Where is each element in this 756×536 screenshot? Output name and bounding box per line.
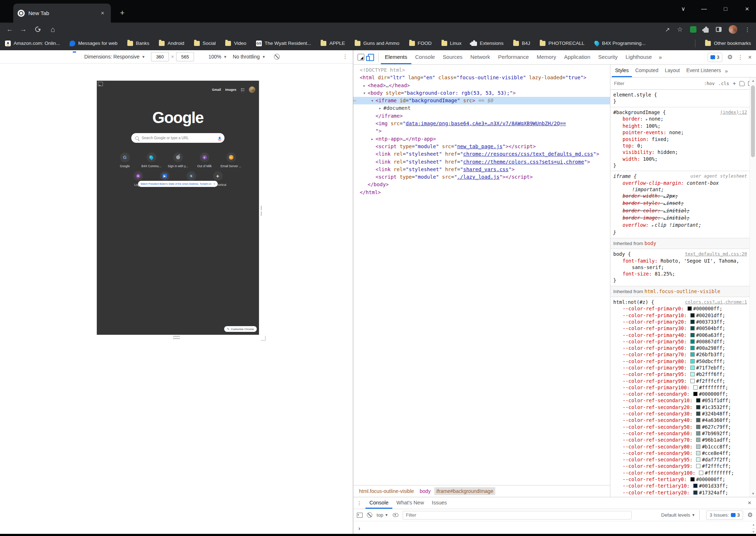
reload-icon[interactable] bbox=[35, 27, 41, 32]
twisty-icon[interactable]: ▸ bbox=[362, 82, 367, 89]
tab-close-icon[interactable]: × bbox=[99, 9, 107, 17]
bookmark-item[interactable]: Android bbox=[159, 41, 184, 46]
viewport-resize-handle-bottom[interactable] bbox=[173, 336, 180, 339]
css-property[interactable]: overflow: ▸ clip !important; bbox=[613, 222, 747, 229]
color-swatch[interactable] bbox=[696, 445, 700, 449]
new-style-rule-button[interactable]: + bbox=[733, 80, 736, 87]
css-variable[interactable]: --color-ref-secondary60: #7b9692ff; bbox=[613, 430, 747, 437]
share-icon[interactable]: ↗ bbox=[665, 26, 670, 33]
css-variable[interactable]: --color-ref-secondary80: #b1ccc8ff; bbox=[613, 443, 747, 450]
shortcut-google[interactable]: GGoogle bbox=[116, 152, 134, 168]
shortcut-tile-add[interactable]: + bbox=[213, 171, 223, 181]
browser-menu-kebab-icon[interactable]: ⋮ bbox=[745, 26, 750, 33]
css-variable[interactable]: --color-ref-primary30: #00504bff; bbox=[613, 325, 747, 332]
clear-console-icon[interactable] bbox=[367, 512, 372, 518]
rule-source-link[interactable]: (index):12 bbox=[720, 109, 747, 116]
issues-badge-button[interactable]: 3 bbox=[708, 53, 722, 62]
maximize-button[interactable]: □ bbox=[721, 4, 730, 14]
css-property[interactable]: width: 100%; bbox=[613, 156, 747, 162]
css-property[interactable]: position: fixed; bbox=[613, 136, 747, 142]
devtools-tab-lighthouse[interactable]: Lighthouse bbox=[622, 50, 656, 64]
dom-node-line[interactable]: <!DOCTYPE html> bbox=[353, 66, 610, 74]
devtools-tab-security[interactable]: Security bbox=[594, 50, 622, 64]
dom-node-line[interactable]: ▸#document bbox=[353, 104, 610, 112]
twisty-icon[interactable]: ▾ bbox=[362, 89, 367, 97]
css-variable[interactable]: --color-ref-secondary70: #96b1adff; bbox=[613, 437, 747, 443]
tab-search-icon[interactable]: ∨ bbox=[679, 4, 688, 14]
css-variable[interactable]: --color-ref-primary99: #f2fffcff; bbox=[613, 378, 747, 384]
inherited-target[interactable]: body bbox=[644, 240, 656, 246]
css-variable[interactable]: --color-ref-secondary0: #000000ff; bbox=[613, 391, 747, 397]
color-swatch[interactable] bbox=[690, 379, 695, 383]
shortcut-tile-setup[interactable]: ▶ bbox=[160, 171, 170, 181]
css-property[interactable]: border-image: ▸ initial; bbox=[613, 215, 747, 222]
back-icon[interactable]: ← bbox=[5, 25, 14, 34]
console-filter-input[interactable] bbox=[403, 511, 632, 519]
css-variable[interactable]: --color-ref-tertiary0: #000000ff; bbox=[613, 476, 747, 483]
css-property[interactable]: border-color: ▸ initial; bbox=[613, 207, 747, 215]
rule-selector[interactable]: #backgroundImage { bbox=[613, 109, 666, 115]
more-styles-tabs-icon[interactable]: » bbox=[725, 68, 728, 74]
expand-icon[interactable]: ▸ bbox=[663, 216, 666, 220]
styles-tab-event-listeners[interactable]: Event Listeners bbox=[683, 65, 724, 77]
css-variable[interactable]: --color-ref-secondary50: #627c79ff; bbox=[613, 424, 747, 430]
css-variable[interactable]: --color-ref-secondary95: #daf7f2ff; bbox=[613, 456, 747, 463]
bookmark-item[interactable]: Banks bbox=[127, 41, 150, 46]
shortcut-tile-login[interactable]: G bbox=[133, 171, 143, 181]
apps-grid-icon[interactable] bbox=[241, 88, 245, 92]
expand-icon[interactable]: ▸ bbox=[663, 194, 666, 198]
context-select[interactable]: top ▼ bbox=[377, 512, 388, 518]
css-variable[interactable]: --color-ref-primary60: #00a298ff; bbox=[613, 345, 747, 351]
toggle-class-button[interactable]: .cls bbox=[718, 81, 729, 86]
shortcut-tile-apple[interactable] bbox=[173, 152, 183, 162]
shortcut-tile-flame[interactable] bbox=[147, 152, 156, 162]
more-tabs-icon[interactable]: » bbox=[656, 54, 665, 61]
shortcut-tile-mail[interactable]: × bbox=[226, 152, 236, 162]
promo-banner[interactable]: Watch President Biden's State of the Uni… bbox=[138, 181, 218, 187]
css-variable[interactable]: --color-ref-secondary99: #f2fffcff; bbox=[613, 463, 747, 469]
color-swatch[interactable] bbox=[696, 457, 700, 462]
console-scrollbar[interactable]: ▲—▼ bbox=[751, 523, 756, 534]
shortcut-mail[interactable]: ×Email Server ... bbox=[222, 152, 240, 168]
viewport-resize-handle-corner[interactable] bbox=[261, 336, 266, 341]
zoom-select[interactable]: 100% ▼ bbox=[208, 54, 227, 60]
dom-node-line[interactable]: </iframe> bbox=[353, 112, 610, 120]
dom-node-line[interactable]: <script type="module" src="./lazy_load.j… bbox=[353, 173, 610, 181]
dom-node-line[interactable]: </body> bbox=[353, 181, 610, 188]
bookmark-item[interactable]: PHOTORECALL bbox=[540, 41, 584, 46]
mic-icon[interactable] bbox=[219, 137, 221, 140]
expand-icon[interactable]: ▸ bbox=[646, 117, 649, 121]
rule-source-link[interactable]: colors.css?…ui,chrome:1 bbox=[685, 299, 747, 305]
css-property[interactable]: overflow-clip-margin: content-box !impor… bbox=[613, 180, 747, 193]
dom-node-line[interactable]: <html dir="ltr" lang="en" class="focus-o… bbox=[353, 74, 610, 81]
twisty-icon[interactable]: ▸ bbox=[370, 135, 375, 143]
css-variable[interactable]: --color-ref-secondary40: #4a6360ff; bbox=[613, 417, 747, 423]
bookmark-star-icon[interactable]: ☆ bbox=[677, 25, 683, 33]
devtools-settings-icon[interactable]: ⚙ bbox=[727, 53, 733, 61]
css-property[interactable]: visibility: hidden; bbox=[613, 149, 747, 155]
side-panel-icon[interactable] bbox=[716, 27, 722, 32]
scroll-down-icon[interactable]: ▼ bbox=[750, 492, 756, 495]
shortcut-milk[interactable]: oOut of Milk bbox=[195, 152, 213, 168]
color-swatch[interactable] bbox=[696, 412, 700, 416]
bookmark-item[interactable]: FOOD bbox=[409, 41, 432, 46]
rule-source-link[interactable]: text_defaults_md.css:20 bbox=[685, 251, 747, 257]
dom-node-line[interactable]: ⋯▾<iframe id="backgroundImage" src> == $… bbox=[353, 97, 610, 104]
css-variable[interactable]: --color-ref-primary95: #b2fff6ff; bbox=[613, 371, 747, 377]
css-property[interactable]: font-family: Roboto, 'Segoe UI', Tahoma,… bbox=[613, 258, 747, 271]
color-swatch[interactable] bbox=[696, 405, 700, 409]
profile-avatar[interactable] bbox=[729, 25, 737, 34]
color-swatch[interactable] bbox=[696, 438, 700, 442]
viewport-width-input[interactable] bbox=[151, 52, 169, 61]
css-property[interactable]: border-style: ▸ inset; bbox=[613, 200, 747, 207]
css-variable[interactable]: --color-ref-primary40: #006a63ff; bbox=[613, 332, 747, 338]
css-variable[interactable]: --color-ref-primary20: #003733ff; bbox=[613, 319, 747, 325]
color-swatch[interactable] bbox=[690, 359, 695, 363]
devtools-tab-sources[interactable]: Sources bbox=[439, 50, 467, 64]
devtools-tab-application[interactable]: Application bbox=[560, 50, 594, 64]
color-swatch[interactable] bbox=[690, 326, 695, 330]
devtools-close-icon[interactable]: × bbox=[748, 54, 752, 61]
scroll-up-icon[interactable]: ▲ bbox=[750, 79, 756, 83]
extensions-puzzle-icon[interactable] bbox=[704, 28, 709, 33]
devtools-tab-elements[interactable]: Elements bbox=[381, 50, 411, 64]
